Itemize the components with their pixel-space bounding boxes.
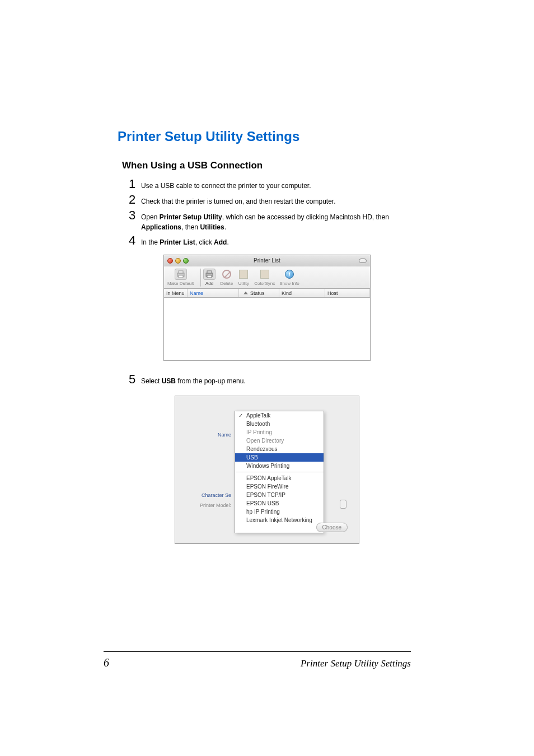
- menu-item-ip-printing[interactable]: IP Printing: [235, 428, 324, 436]
- dialog-labels: Name Character Se Printer Model:: [185, 411, 235, 533]
- step-number: 3: [129, 208, 141, 223]
- menu-item-epson-appletalk[interactable]: EPSON AppleTalk: [235, 474, 324, 482]
- column-status[interactable]: Status: [239, 289, 279, 297]
- sub-heading: When Using a USB Connection: [122, 160, 416, 171]
- printer-list-window: Printer List Make Default Add Delete: [163, 255, 371, 361]
- utility-icon: [237, 269, 250, 280]
- colorsync-button[interactable]: ColorSync: [254, 269, 275, 286]
- step-number: 4: [129, 233, 141, 248]
- footer-title: Printer Setup Utility Settings: [301, 658, 411, 669]
- menu-item-bluetooth[interactable]: Bluetooth: [235, 420, 324, 428]
- step-2: 2 Check that the printer is turned on, a…: [129, 192, 416, 207]
- step-number: 1: [129, 177, 141, 191]
- toolbar-label: Show Info: [279, 281, 299, 286]
- colorsync-icon: [259, 269, 271, 280]
- delete-icon: [221, 269, 233, 280]
- make-default-button[interactable]: Make Default: [167, 269, 194, 286]
- step-text: Open Printer Setup Utility, which can be…: [141, 212, 416, 232]
- footer-divider: [104, 651, 411, 652]
- choose-button[interactable]: Choose: [316, 523, 348, 532]
- menu-item-windows-printing[interactable]: Windows Printing: [235, 462, 324, 470]
- svg-rect-1: [179, 271, 183, 273]
- menu-item-rendezvous[interactable]: Rendezvous: [235, 445, 324, 453]
- show-info-button[interactable]: i Show Info: [279, 269, 299, 286]
- printer-icon: [175, 269, 187, 280]
- character-set-label: Character Se: [185, 492, 231, 498]
- page-number: 6: [104, 656, 109, 669]
- menu-item-open-directory[interactable]: Open Directory: [235, 436, 324, 445]
- column-host[interactable]: Host: [325, 289, 370, 297]
- menu-item-usb[interactable]: USB: [235, 453, 324, 462]
- info-icon: i: [283, 269, 296, 280]
- name-label: Name: [185, 432, 231, 438]
- column-in-menu[interactable]: In Menu: [164, 289, 188, 297]
- toolbar-label: Add: [205, 281, 213, 286]
- svg-rect-4: [207, 271, 212, 273]
- step-3: 3 Open Printer Setup Utility, which can …: [129, 208, 416, 232]
- menu-item-epson-tcpip[interactable]: EPSON TCP/IP: [235, 491, 324, 499]
- column-kind[interactable]: Kind: [279, 289, 325, 297]
- stepper-icon[interactable]: [340, 500, 346, 509]
- step-number: 5: [129, 372, 141, 387]
- menu-item-appletalk[interactable]: AppleTalk: [235, 411, 324, 420]
- step-list-cont: 5 Select USB from the pop-up menu.: [129, 372, 416, 387]
- menu-item-lexmark[interactable]: Lexmark Inkjet Networking: [235, 516, 324, 524]
- toolbar-label: Make Default: [167, 281, 194, 286]
- step-text: In the Printer List, click Add.: [141, 237, 229, 247]
- toolbar-label: Utility: [238, 281, 249, 286]
- toolbar-toggle-icon[interactable]: [359, 259, 367, 263]
- step-number: 2: [129, 192, 141, 207]
- step-list: 1 Use a USB cable to connect the printer…: [129, 177, 416, 248]
- menu-item-hp-ip[interactable]: hp IP Printing: [235, 508, 324, 516]
- table-body-empty: [164, 298, 370, 360]
- connection-popup-menu[interactable]: AppleTalk Bluetooth IP Printing Open Dir…: [235, 411, 324, 533]
- main-heading: Printer Setup Utility Settings: [118, 129, 416, 144]
- menu-item-epson-firewire[interactable]: EPSON FireWire: [235, 482, 324, 491]
- page-footer: 6 Printer Setup Utility Settings: [104, 651, 411, 669]
- table-header-row: In Menu Name Status Kind Host: [164, 289, 370, 298]
- step-5: 5 Select USB from the pop-up menu.: [129, 372, 416, 387]
- utility-button[interactable]: Utility: [237, 269, 250, 286]
- connection-popup-dialog: Name Character Se Printer Model: AppleTa…: [175, 396, 359, 544]
- toolbar-label: ColorSync: [254, 281, 275, 286]
- add-button[interactable]: Add: [203, 269, 216, 286]
- step-4: 4 In the Printer List, click Add.: [129, 233, 416, 248]
- delete-button[interactable]: Delete: [220, 269, 233, 286]
- window-title: Printer List: [164, 257, 370, 264]
- printer-add-icon: [203, 269, 216, 280]
- column-name[interactable]: Name: [188, 289, 239, 297]
- step-text: Use a USB cable to connect the printer t…: [141, 181, 311, 191]
- svg-rect-5: [207, 275, 212, 278]
- svg-rect-2: [179, 275, 183, 278]
- step-text: Check that the printer is turned on, and…: [141, 196, 336, 206]
- sort-indicator-icon: [243, 292, 248, 294]
- divider: [200, 269, 201, 287]
- toolbar-label: Delete: [220, 281, 233, 286]
- step-1: 1 Use a USB cable to connect the printer…: [129, 177, 416, 191]
- step-text: Select USB from the pop-up menu.: [141, 376, 246, 386]
- menu-item-epson-usb[interactable]: EPSON USB: [235, 499, 324, 508]
- printer-model-label: Printer Model:: [185, 503, 231, 508]
- menu-separator: [235, 472, 324, 472]
- window-titlebar: Printer List: [164, 255, 370, 266]
- toolbar: Make Default Add Delete Utility ColorSyn…: [164, 266, 370, 289]
